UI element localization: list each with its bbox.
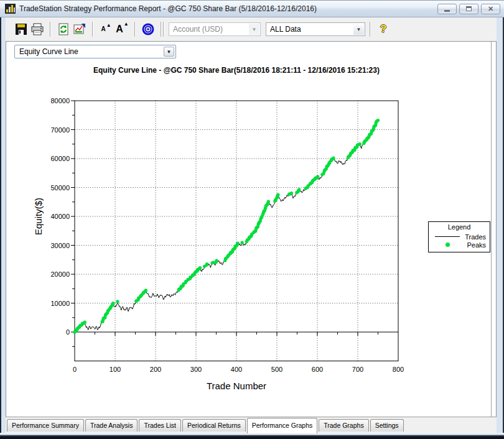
target-button[interactable] [140, 21, 156, 37]
help-button[interactable]: ? [375, 21, 391, 37]
legend-entry-trades: Trades [429, 233, 490, 241]
decrease-font-button[interactable]: A ▲ [98, 21, 114, 37]
y-tick-label: 70000 [50, 126, 70, 134]
tab-trade-analysis[interactable]: Trade Analysis [85, 419, 138, 432]
tab-trade-graphs[interactable]: Trade Graphs [319, 419, 368, 432]
y-tick-label: 80000 [50, 97, 70, 104]
report-properties-button[interactable] [72, 21, 88, 37]
refresh-icon [57, 23, 70, 35]
tab-performance-summary[interactable]: Performance Summary [7, 419, 84, 432]
print-icon [30, 23, 44, 35]
data-range-combobox-value: ALL Data [270, 25, 301, 34]
x-tick-label: 0 [73, 366, 77, 373]
legend-title: Legend [429, 223, 490, 231]
equity-curve-chart: 0100002000030000400005000060000700008000… [6, 42, 492, 417]
dot-sample-icon [434, 243, 461, 247]
toolbar-separator [92, 22, 93, 37]
chart-grid [75, 101, 398, 361]
close-icon: ✕ [488, 6, 493, 12]
y-tick-label: 30000 [50, 242, 70, 249]
y-axis-title: Equity($) [33, 198, 44, 235]
account-combobox: Account (USD) ▼ [169, 22, 261, 36]
title-bar[interactable]: TradeStation Strategy Performance Report… [0, 0, 504, 17]
toolbar-separator [50, 22, 51, 37]
equity-curve-line [75, 121, 378, 332]
tab-performance-graphs[interactable]: Performance Graphs [247, 418, 317, 433]
report-body: A ▲ A ▲ Account (USD) ▼ [6, 17, 497, 433]
decrease-font-icon: A [101, 26, 105, 32]
chart-area: Equity Curve Line ▼ Equity Curve Line - … [6, 41, 497, 417]
save-icon [15, 23, 27, 35]
increase-font-icon: A [116, 24, 123, 34]
scrollbar-track[interactable] [491, 42, 496, 417]
y-tick-label: 10000 [50, 300, 70, 307]
x-tick-label: 400 [231, 366, 242, 373]
peak-markers [73, 119, 380, 334]
caret-icon: ▲ [124, 22, 129, 27]
chart-axes [71, 101, 398, 361]
chart-legend: Legend Trades Peaks [428, 221, 490, 252]
y-tick-label: 60000 [50, 155, 70, 162]
tab-trades-list[interactable]: Trades List [139, 419, 181, 432]
target-icon [142, 23, 154, 35]
x-tick-label: 200 [150, 366, 161, 373]
toolbar-gripper [161, 22, 162, 37]
x-tick-label: 800 [393, 366, 404, 373]
axis-labels: 0100002000030000400005000060000700008000… [33, 97, 404, 391]
report-properties-icon [73, 23, 86, 35]
toolbar-gripper [163, 22, 164, 37]
minimize-button[interactable] [437, 4, 457, 14]
chevron-down-icon: ▼ [353, 24, 364, 35]
y-tick-label: 0 [66, 328, 70, 336]
toolbar-separator [370, 22, 371, 37]
tab-settings[interactable]: Settings [370, 419, 404, 432]
x-tick-label: 700 [352, 366, 363, 373]
minimize-icon [444, 10, 450, 12]
app-window: TradeStation Strategy Performance Report… [0, 0, 504, 439]
help-icon: ? [380, 23, 386, 35]
print-button[interactable] [29, 21, 45, 37]
x-axis-title: Trade Number [207, 381, 266, 391]
legend-label: Trades [461, 233, 486, 241]
data-range-combobox[interactable]: ALL Data ▼ [266, 22, 365, 36]
save-button[interactable] [13, 21, 29, 37]
tab-bar: Performance SummaryTrade AnalysisTrades … [6, 417, 497, 433]
refresh-button[interactable] [55, 21, 72, 37]
toolbar: A ▲ A ▲ Account (USD) ▼ [6, 17, 497, 41]
tab-periodical-returns[interactable]: Periodical Returns [182, 419, 246, 432]
window-title: TradeStation Strategy Performance Report… [19, 4, 435, 13]
y-tick-label: 50000 [50, 184, 70, 192]
toolbar-separator [134, 22, 136, 37]
caret-icon: ▲ [106, 23, 111, 28]
x-tick-label: 300 [190, 366, 202, 373]
x-tick-label: 100 [110, 366, 121, 373]
maximize-button[interactable] [459, 4, 478, 14]
y-tick-label: 40000 [50, 213, 70, 220]
legend-entry-peaks: Peaks [429, 241, 490, 249]
maximize-icon [466, 6, 472, 11]
x-tick-label: 500 [271, 366, 282, 373]
increase-font-button[interactable]: A ▲ [114, 21, 130, 37]
y-tick-label: 20000 [50, 270, 70, 278]
x-tick-label: 600 [312, 366, 323, 373]
tradestation-app-icon [5, 4, 16, 14]
window-frame-left [0, 17, 6, 439]
close-button[interactable]: ✕ [481, 4, 500, 14]
window-frame-right [497, 17, 504, 439]
account-combobox-value: Account (USD) [173, 25, 223, 34]
window-frame-bottom [0, 433, 504, 439]
chevron-down-icon: ▼ [249, 24, 259, 35]
legend-label: Peaks [461, 241, 486, 249]
line-sample-icon [434, 236, 461, 237]
